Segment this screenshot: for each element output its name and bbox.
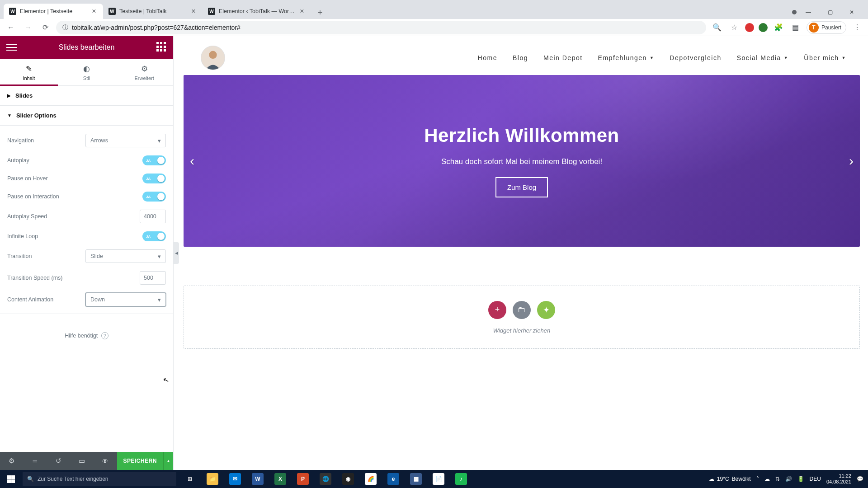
navigator-icon[interactable]: ≣	[24, 457, 47, 465]
save-button[interactable]: SPEICHERN	[117, 452, 164, 470]
menu-icon[interactable]	[6, 42, 17, 53]
forward-button[interactable]: →	[22, 21, 34, 34]
hero-slider[interactable]: ‹ Herzlich Willkommen Schau doch sofort …	[184, 75, 860, 247]
responsive-icon[interactable]: ▭	[70, 457, 94, 465]
volume-icon[interactable]: 🔊	[785, 476, 792, 482]
slider-next-arrow[interactable]: ›	[849, 153, 854, 169]
app-mail[interactable]: ✉	[224, 470, 246, 488]
history-icon[interactable]: ↺	[47, 457, 70, 465]
browser-chrome: W Elementor | Testseite × W Testseite | …	[0, 0, 868, 36]
close-icon[interactable]: ×	[298, 8, 306, 15]
app-explorer[interactable]: 📁	[202, 470, 223, 488]
browser-tab[interactable]: W Elementor ‹ TobiTalk — WordPre ×	[203, 4, 311, 19]
app-icon[interactable]: ▦	[405, 470, 427, 488]
zoom-icon[interactable]: 🔍	[711, 21, 723, 34]
close-window-button[interactable]: ✕	[842, 5, 862, 19]
extension-icon[interactable]	[759, 23, 768, 32]
settings-icon[interactable]: ⚙	[0, 457, 24, 465]
app-edge[interactable]: e	[382, 470, 404, 488]
save-options-button[interactable]: ▲	[163, 452, 173, 470]
minimize-button[interactable]: —	[798, 5, 818, 19]
toggle-infinite-loop[interactable]: JA	[142, 231, 166, 241]
maximize-button[interactable]: ▢	[820, 5, 840, 19]
account-dot-icon[interactable]	[792, 10, 797, 14]
chevron-down-icon: ▾	[158, 137, 161, 144]
tab-style[interactable]: ◐ Stil	[58, 59, 116, 85]
nav-social[interactable]: Social Media▼	[737, 54, 789, 61]
app-excel[interactable]: X	[269, 470, 291, 488]
onedrive-icon[interactable]: ☁	[764, 476, 770, 482]
add-section-dropzone[interactable]: + 🗀 ✦ Widget hierher ziehen	[184, 286, 860, 349]
add-section-button[interactable]: +	[488, 301, 506, 319]
network-icon[interactable]: ⇅	[775, 476, 780, 482]
app-powerpoint[interactable]: P	[292, 470, 314, 488]
panel-footer: ⚙ ≣ ↺ ▭ 👁 SPEICHERN ▲	[0, 452, 173, 470]
app-spotify[interactable]: ♪	[450, 470, 472, 488]
language-indicator[interactable]: DEU	[810, 476, 821, 482]
label-autoplay: Autoplay	[7, 157, 29, 164]
extensions-puzzle-icon[interactable]: 🧩	[772, 21, 785, 34]
task-view-button[interactable]: ⊞	[179, 470, 201, 488]
nav-empfehlungen[interactable]: Empfehlungen▼	[598, 54, 655, 61]
reload-button[interactable]: ⟳	[39, 21, 52, 34]
toggle-pause-hover[interactable]: JA	[142, 174, 166, 183]
label-navigation: Navigation	[7, 137, 34, 144]
help-icon: ?	[101, 332, 108, 339]
select-navigation[interactable]: Arrows ▾	[85, 134, 166, 147]
back-button[interactable]: ←	[5, 21, 17, 34]
elementor-ai-button[interactable]: ✦	[537, 301, 555, 319]
reading-list-icon[interactable]: ▤	[789, 21, 802, 34]
nav-blog[interactable]: Blog	[513, 54, 528, 61]
extension-icon[interactable]	[745, 23, 754, 32]
app-word[interactable]: W	[247, 470, 269, 488]
new-tab-button[interactable]: +	[314, 6, 326, 19]
nav-home[interactable]: Home	[478, 54, 497, 61]
nav-depot[interactable]: Mein Depot	[543, 54, 583, 61]
preview-icon[interactable]: 👁	[94, 457, 117, 465]
app-chrome[interactable]: 🌈	[360, 470, 382, 488]
section-slides[interactable]: ▶ Slides	[0, 86, 173, 106]
url-field[interactable]: ⓘ tobitalk.at/wp-admin/post.php?post=627…	[56, 21, 706, 34]
dropzone-hint: Widget hierher ziehen	[493, 327, 550, 334]
toggle-pause-interaction[interactable]: JA	[142, 192, 166, 202]
input-transition-speed[interactable]: 500	[140, 271, 166, 285]
battery-icon[interactable]: 🔋	[797, 476, 804, 482]
tab-advanced[interactable]: ⚙ Erweitert	[115, 59, 173, 85]
browser-tab[interactable]: W Elementor | Testseite ×	[4, 4, 103, 19]
nav-uber[interactable]: Über mich▼	[804, 54, 846, 61]
input-autoplay-speed[interactable]: 4000	[140, 210, 166, 223]
toggle-autoplay[interactable]: JA	[142, 155, 166, 165]
site-logo-avatar[interactable]	[201, 46, 225, 70]
close-icon[interactable]: ×	[190, 8, 197, 15]
section-slider-options[interactable]: ▼ Slider Options	[0, 106, 173, 126]
start-button[interactable]	[0, 470, 22, 488]
select-content-animation[interactable]: Down ▾	[85, 293, 166, 306]
tab-title: Elementor | Testseite	[20, 8, 87, 14]
wordpress-favicon: W	[208, 8, 215, 15]
browser-tab[interactable]: W Testseite | TobiTalk ×	[103, 4, 203, 19]
select-transition[interactable]: Slide ▾	[85, 249, 166, 263]
bookmark-star-icon[interactable]: ☆	[728, 21, 741, 34]
panel-tabs: ✎ Inhalt ◐ Stil ⚙ Erweitert	[0, 59, 173, 86]
hero-title: Herzlich Willkommen	[424, 125, 619, 146]
nav-depotvergleich[interactable]: Depotvergleich	[670, 54, 721, 61]
kebab-menu-icon[interactable]: ⋮	[851, 21, 863, 34]
app-notepad[interactable]: 📄	[428, 470, 449, 488]
tray-chevron-icon[interactable]: ˄	[756, 476, 759, 482]
profile-button[interactable]: T Pausiert	[807, 21, 846, 34]
app-obs[interactable]: ◉	[337, 470, 359, 488]
add-template-button[interactable]: 🗀	[513, 301, 531, 319]
notifications-icon[interactable]: 💬	[857, 476, 863, 482]
hero-cta-button[interactable]: Zum Blog	[495, 177, 548, 197]
close-icon[interactable]: ×	[90, 8, 98, 15]
taskbar-search[interactable]: 🔍 Zur Suche Text hier eingeben	[23, 472, 176, 486]
weather-widget[interactable]: ☁ 19°C Bewölkt	[709, 476, 751, 482]
panel-collapse-handle[interactable]: ◀	[174, 242, 179, 264]
slider-prev-arrow[interactable]: ‹	[190, 153, 194, 169]
taskbar-clock[interactable]: 11:22 04.08.2021	[826, 473, 851, 485]
tab-content[interactable]: ✎ Inhalt	[0, 59, 58, 85]
app-icon[interactable]: 🌐	[315, 470, 336, 488]
help-link[interactable]: Hilfe benötigt ?	[0, 314, 173, 344]
site-info-icon[interactable]: ⓘ	[62, 23, 68, 32]
widgets-grid-icon[interactable]	[156, 42, 167, 53]
